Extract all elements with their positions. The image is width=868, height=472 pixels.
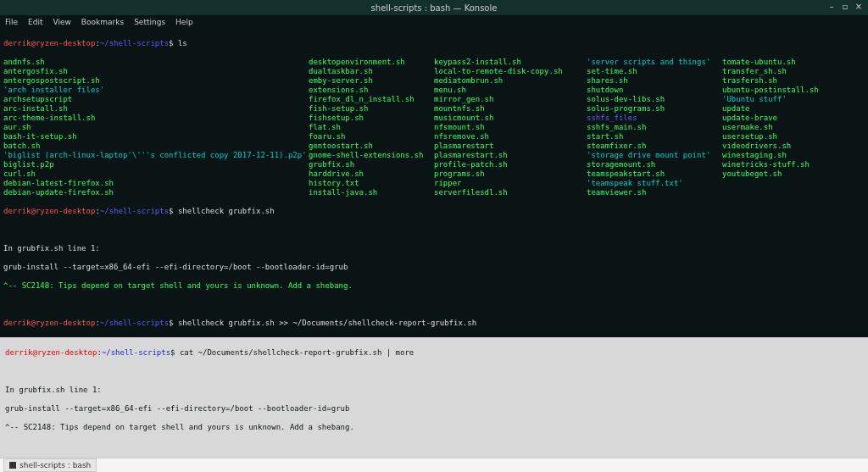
ls-entry: shares.sh [587,76,722,86]
ls-entry: ubuntu-postinstall.sh [722,86,865,95]
ls-entry: history.txt [309,179,434,188]
prompt-path: ~/shell-scripts [100,39,169,47]
ls-entry: mediatombrun.sh [434,76,587,86]
ls-entry: archsetupscript [3,95,309,104]
ls-entry: solus-dev-libs.sh [587,95,722,104]
terminal-icon [9,462,16,469]
ls-entry: antergosfix.sh [3,67,309,76]
ls-entry: start.sh [587,132,722,142]
cmd-ls: ls [178,39,187,47]
ls-entry: harddrive.sh [309,169,434,179]
ls-entry: debian-latest-firefox.sh [3,179,309,188]
titlebar: shell-scripts : bash — Konsole – ▫ × [0,0,868,15]
ls-entry: serverfilesdl.sh [434,188,587,197]
ls-entry: mirror_gen.sh [434,95,587,104]
lint-code: grub-install --target=x86_64-efi --efi-d… [3,263,865,272]
terminal-output[interactable]: derrik@ryzen-desktop:~/shell-scripts$ ls… [0,30,868,337]
ls-entry: update-brave [722,114,865,123]
ls-entry: programs.sh [434,169,587,179]
ls-entry: keypass2-install.sh [434,58,587,67]
ls-entry: aur.sh [3,123,309,132]
ls-entry: musicmount.sh [434,114,587,123]
ls-entry: profile-patch.sh [434,160,587,169]
ls-entry: bash-it-setup.sh [3,132,309,142]
ls-entry: 'server scripts and things' [587,58,722,67]
ls-entry: transfer_sh.sh [722,67,865,76]
ls-entry: flat.sh [309,123,434,132]
prompt-user: derrik@ryzen-desktop [3,39,95,47]
ls-entry: trasfersh.sh [722,76,865,86]
ls-entry: fish-setup.sh [309,104,434,114]
ls-entry: desktopenvironment.sh [309,58,434,67]
ls-entry: biglist.p2p [3,160,309,169]
ls-entry: gentoostart.sh [309,142,434,151]
ls-output: andnfs.shantergosfix.shantergospostscrip… [3,58,865,197]
menu-file[interactable]: File [5,18,18,26]
close-button[interactable]: × [854,3,863,11]
cmd-shellcheck-redirect: shellcheck grubfix.sh >> ~/Documents/she… [178,319,476,327]
menu-edit[interactable]: Edit [28,18,42,26]
ls-entry: 'Ubuntu stuff' [722,95,865,104]
hl-line2: grub-install --target=x86_64-efi --efi-d… [5,404,863,414]
ls-entry: curl.sh [3,169,309,179]
ls-entry: youtubeget.sh [722,169,865,179]
ls-entry: emby-server.sh [309,76,434,86]
ls-entry: steamfixer.sh [587,142,722,151]
lint-heading: In grubfix.sh line 1: [3,244,865,253]
ls-entry: plasmarestart.sh [434,151,587,160]
ls-entry: winetricks-stuff.sh [722,160,865,169]
ls-entry: andnfs.sh [3,58,309,67]
ls-entry: videodrivers.sh [722,142,865,151]
ls-entry: plasmarestart [434,142,587,151]
window-controls: – ▫ × [827,3,863,11]
cmd-shellcheck: shellcheck grubfix.sh [178,207,275,215]
ls-entry: firefox_dl_n_install.sh [309,95,434,104]
hl-line3: ^-- SC2148: Tips depend on target shell … [5,423,863,432]
ls-entry: sshfs_main.sh [587,123,722,132]
ls-entry: teamspeakstart.sh [587,169,722,179]
taskbar-item-konsole[interactable]: shell-scripts : bash [3,458,97,472]
ls-entry: ripper [434,179,587,188]
ls-entry: antergospostscript.sh [3,76,309,86]
menu-help[interactable]: Help [175,18,193,26]
ls-entry: 'teamspeak stuff.txt' [587,179,722,188]
ls-entry: set-time.sh [587,67,722,76]
menubar: File Edit View Bookmarks Settings Help [0,15,868,30]
ls-entry: winestaging.sh [722,151,865,160]
ls-entry: debian-update-firefox.sh [3,188,309,197]
ls-entry: arc-install.sh [3,104,309,114]
highlighted-output[interactable]: derrik@ryzen-desktop:~/shell-scripts$ ca… [0,337,868,472]
taskbar-item-label: shell-scripts : bash [19,461,91,469]
ls-entry: menu.sh [434,86,587,95]
ls-entry: extensions.sh [309,86,434,95]
ls-entry: nfsmount.sh [434,123,587,132]
cmd-cat-more: cat ~/Documents/shellcheck-report-grubfi… [180,348,414,357]
ls-entry: 'biglist (arch-linux-laptop'\'''s confli… [3,151,309,160]
ls-entry: 'storage drive mount point' [587,151,722,160]
ls-entry: 'arch installer files' [3,86,309,95]
prompt-dollar: $ [169,39,173,47]
ls-entry: nfsremove.sh [434,132,587,142]
ls-entry: foaru.sh [309,132,434,142]
ls-entry: solus-programs.sh [587,104,722,114]
ls-entry: usermake.sh [722,123,865,132]
menu-view[interactable]: View [53,18,71,26]
ls-entry: mountnfs.sh [434,104,587,114]
taskbar: shell-scripts : bash [0,458,868,472]
maximize-button[interactable]: ▫ [841,3,849,11]
ls-entry: usersetup.sh [722,132,865,142]
ls-entry: update [722,104,865,114]
menu-bookmarks[interactable]: Bookmarks [81,18,124,26]
ls-entry: storagemount.sh [587,160,722,169]
window-title: shell-scripts : bash — Konsole [371,3,498,13]
minimize-button[interactable]: – [827,3,836,11]
ls-entry: local-to-remote-disk-copy.sh [434,67,587,76]
ls-entry: shutdown [587,86,722,95]
ls-entry: sshfs_files [587,114,722,123]
ls-entry: gnome-shell-extensions.sh [309,151,434,160]
ls-entry: arc-theme-install.sh [3,114,309,123]
lint-note: ^-- SC2148: Tips depend on target shell … [3,281,865,291]
ls-entry: dualtaskbar.sh [309,67,434,76]
ls-entry: fishsetup.sh [309,114,434,123]
menu-settings[interactable]: Settings [134,18,165,26]
